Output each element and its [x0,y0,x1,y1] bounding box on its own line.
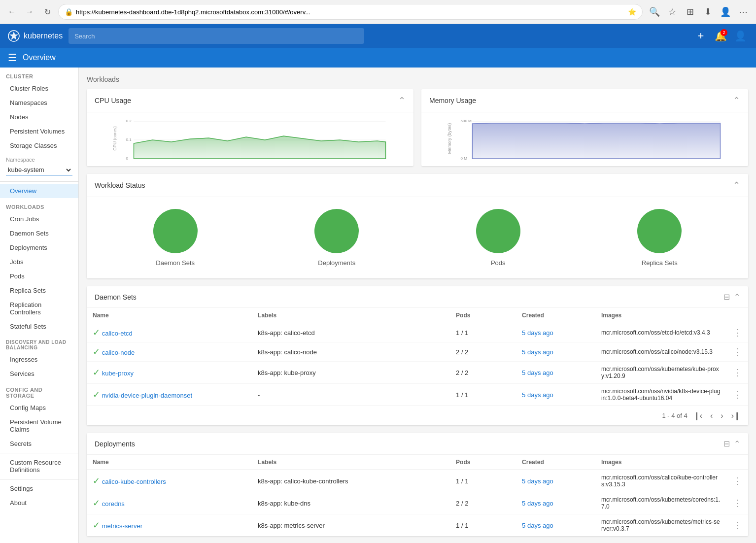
bookmark-icon[interactable]: ☆ [664,4,680,20]
sidebar-item-replication-controllers[interactable]: Replication Controllers [0,298,78,319]
svg-text:0.1: 0.1 [126,137,132,142]
forward-button[interactable]: → [23,5,36,19]
dep-col-header-created: Created [516,455,595,470]
sidebar-item-about[interactable]: About [0,496,78,510]
tab-icon[interactable]: ⊞ [682,4,698,20]
sidebar-item-config-maps[interactable]: Config Maps [0,401,78,415]
deployment-pods: 1 / 1 [450,514,516,537]
sidebar-item-pods[interactable]: Pods [0,269,78,283]
add-button[interactable]: + [693,28,709,44]
browser-action-icons: 🔍 ☆ ⊞ ⬇ 👤 ⋯ [647,4,751,20]
cpu-chart-collapse-icon[interactable]: ⌃ [398,95,406,106]
reload-button[interactable]: ↻ [40,5,54,19]
daemon-sets-table: Name Labels Pods Created Images ✓ calico… [87,308,748,406]
namespace-select[interactable]: kube-system default all namespaces [6,165,72,175]
daemon-set-created[interactable]: 5 days ago [522,369,553,376]
workloads-section-title: Workloads [0,198,78,212]
deployment-created[interactable]: 5 days ago [522,522,553,529]
deployments-label: Deployments [318,259,355,267]
sidebar-item-crd[interactable]: Custom Resource Definitions [0,455,78,477]
memory-chart-collapse-icon[interactable]: ⌃ [733,95,740,106]
last-page-button[interactable]: ›❙ [729,410,742,421]
sidebar-item-replica-sets[interactable]: Replica Sets [0,283,78,298]
deployment-name-link[interactable]: calico-kube-controllers [102,478,166,485]
sidebar-item-settings[interactable]: Settings [0,481,78,496]
deployments-filter-icon[interactable]: ⊟ [723,439,730,448]
status-ok-icon: ✓ [93,347,100,357]
sidebar-item-daemon-sets[interactable]: Daemon Sets [0,226,78,240]
deployment-name-link[interactable]: coredns [102,500,125,508]
account-icon[interactable]: 👤 [732,28,748,44]
main-layout: Cluster Cluster Roles Namespaces Nodes P… [0,68,756,543]
daemon-set-pods: 1 / 1 [450,323,516,342]
col-header-created: Created [516,308,595,323]
deployment-labels: k8s-app: metrics-server [252,514,450,537]
prev-page-button[interactable]: ‹ [708,410,715,421]
sidebar-item-cron-jobs[interactable]: Cron Jobs [0,212,78,226]
deployment-labels: k8s-app: calico-kube-controllers [252,470,450,492]
download-icon[interactable]: ⬇ [700,4,716,20]
next-page-button[interactable]: › [719,410,725,421]
profile-icon[interactable]: 👤 [718,4,733,20]
sidebar-item-ingresses[interactable]: Ingresses [0,352,78,367]
back-button[interactable]: ← [5,5,19,19]
sidebar-item-namespaces[interactable]: Namespaces [0,96,78,110]
daemon-set-name-link[interactable]: nvidia-device-plugin-daemonset [102,392,193,399]
table-row: ✓ calico-etcd k8s-app: calico-etcd 1 / 1… [87,323,748,342]
workload-status-collapse-icon[interactable]: ⌃ [733,180,740,191]
row-menu-icon[interactable]: ⋮ [733,328,742,338]
sidebar-item-secrets[interactable]: Secrets [0,437,78,451]
url-bar[interactable]: 🔒 https://kubernetes-dashboard.dbe-1d8ph… [58,4,643,20]
row-menu-icon[interactable]: ⋮ [733,476,742,486]
sidebar-item-nodes[interactable]: Nodes [0,110,78,124]
deployments-title: Deployments [95,440,135,448]
daemon-set-name-link[interactable]: calico-etcd [102,330,133,337]
notification-area: 🔔 2 [713,28,728,44]
cpu-chart-title: CPU Usage [95,97,131,104]
sidebar-item-pvc[interactable]: Persistent Volume Claims [0,415,78,437]
row-menu-icon[interactable]: ⋮ [733,520,742,530]
header-actions: + 🔔 2 👤 [693,28,748,44]
svg-text:500 Mi: 500 Mi [461,119,473,123]
sidebar-divider-3 [0,479,78,479]
row-menu-icon[interactable]: ⋮ [733,368,742,377]
deployment-images: mcr.microsoft.com/oss/kubernetes/metrics… [595,514,727,537]
dep-col-header-pods: Pods [450,455,516,470]
daemon-set-name-link[interactable]: calico-node [102,349,135,356]
deployment-name-link[interactable]: metrics-server [102,522,142,530]
hamburger-menu-icon[interactable]: ☰ [8,52,17,64]
sidebar-item-jobs[interactable]: Jobs [0,255,78,269]
deployment-created[interactable]: 5 days ago [522,500,553,507]
deployments-collapse-icon[interactable]: ⌃ [734,439,740,448]
sidebar-item-persistent-volumes[interactable]: Persistent Volumes [0,124,78,138]
daemon-set-created[interactable]: 5 days ago [522,391,553,399]
daemon-set-created[interactable]: 5 days ago [522,329,553,337]
search-icon[interactable]: 🔍 [647,4,662,20]
sidebar-item-stateful-sets[interactable]: Stateful Sets [0,319,78,334]
sidebar-item-deployments[interactable]: Deployments [0,240,78,255]
deployment-pods: 2 / 2 [450,492,516,514]
status-replica-sets: Replica Sets [637,209,682,267]
sidebar-item-services[interactable]: Services [0,367,78,381]
dep-col-header-labels: Labels [252,455,450,470]
row-menu-icon[interactable]: ⋮ [733,390,742,400]
sidebar-item-cluster-roles[interactable]: Cluster Roles [0,81,78,96]
row-menu-icon[interactable]: ⋮ [733,498,742,508]
sidebar-item-overview[interactable]: Overview [0,184,78,198]
filter-icon[interactable]: ⊟ [723,292,730,302]
daemon-set-name-link[interactable]: kube-proxy [102,370,134,377]
url-input[interactable]: https://kubernetes-dashboard.dbe-1d8phq2… [76,8,628,16]
sidebar-item-storage-classes[interactable]: Storage Classes [0,138,78,153]
pods-label: Pods [491,259,506,267]
daemon-sets-collapse-icon[interactable]: ⌃ [734,292,740,302]
row-menu-icon[interactable]: ⋮ [733,347,742,357]
svg-text:0.2: 0.2 [126,119,132,123]
search-input[interactable] [69,28,364,44]
col-header-images: Images [595,308,727,323]
first-page-button[interactable]: ❙‹ [691,410,704,421]
menu-icon[interactable]: ⋯ [735,4,751,20]
page-title-bar: ☰ Overview [0,48,756,68]
header-search[interactable] [69,28,364,44]
daemon-set-created[interactable]: 5 days ago [522,348,553,356]
deployment-created[interactable]: 5 days ago [522,477,553,485]
